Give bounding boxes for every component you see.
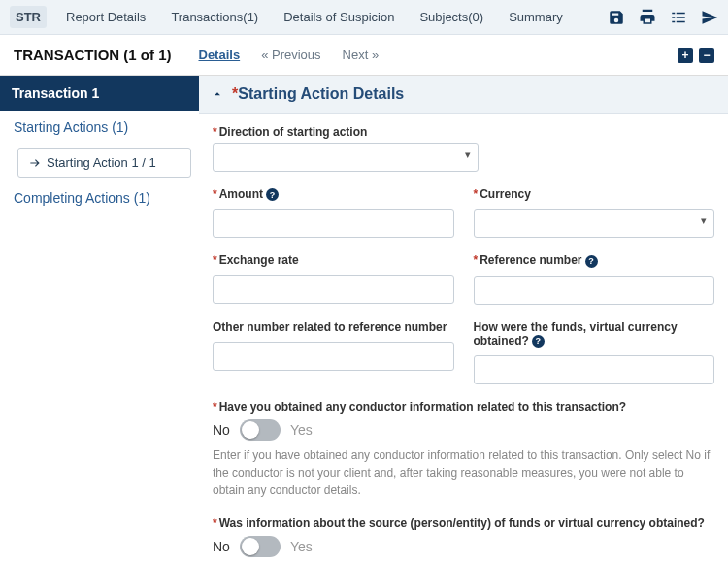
main-panel: *Starting Action Details *Direction of s… [199, 76, 728, 566]
transaction-header: TRANSACTION (1 of 1) [14, 47, 172, 63]
sidebar-subitem-label: Starting Action 1 / 1 [47, 155, 156, 170]
sidebar-item-starting-action[interactable]: Starting Action 1 / 1 [17, 148, 191, 178]
tab-suspicion[interactable]: Details of Suspicion [278, 6, 400, 28]
conductor-question: *Have you obtained any conductor informa… [213, 400, 714, 414]
obtained-input[interactable] [474, 355, 715, 384]
exchange-input[interactable] [213, 275, 454, 304]
source-no-label: No [213, 539, 230, 554]
source-yes-label: Yes [290, 539, 313, 554]
obtained-label: How were the funds, virtual currency obt… [474, 320, 715, 348]
amount-label: *Amount? [213, 187, 454, 201]
checklist-icon[interactable] [670, 9, 687, 26]
otherref-label: Other number related to reference number [213, 320, 454, 334]
next-button[interactable]: Next » [343, 48, 380, 62]
conductor-toggle[interactable] [240, 419, 281, 441]
chevron-up-icon[interactable] [211, 87, 224, 101]
expand-button[interactable]: + [678, 48, 693, 63]
prev-button[interactable]: « Previous [261, 48, 320, 62]
send-icon[interactable] [701, 9, 718, 26]
save-icon[interactable] [608, 9, 625, 26]
topbar-icons [608, 9, 718, 26]
tab-report-details[interactable]: Report Details [60, 6, 151, 28]
refnum-label: *Reference number? [474, 253, 715, 267]
collapse-button[interactable]: − [699, 48, 714, 63]
otherref-input[interactable] [213, 342, 454, 371]
currency-label: *Currency [474, 187, 715, 201]
source-toggle[interactable] [240, 536, 281, 557]
direction-label: *Direction of starting action [213, 125, 714, 139]
amount-input[interactable] [213, 209, 454, 238]
refnum-input[interactable] [474, 276, 715, 305]
conductor-no-label: No [213, 422, 230, 438]
amount-help-icon[interactable]: ? [266, 188, 279, 201]
exchange-label: *Exchange rate [213, 253, 454, 267]
sidebar-item-completing[interactable]: Completing Actions (1) [0, 182, 199, 215]
top-tabs: STR Report Details Transactions(1) Detai… [10, 6, 569, 28]
tab-subjects[interactable]: Subjects(0) [414, 6, 489, 28]
refnum-help-icon[interactable]: ? [585, 255, 598, 268]
tab-str[interactable]: STR [10, 6, 47, 28]
tab-summary[interactable]: Summary [503, 6, 569, 28]
section-header: *Starting Action Details [199, 76, 728, 114]
conductor-hint: Enter if you have obtained any conductor… [213, 447, 714, 499]
subtab-details[interactable]: Details [199, 48, 241, 62]
obtained-help-icon[interactable]: ? [532, 335, 545, 348]
tab-transactions[interactable]: Transactions(1) [165, 6, 264, 28]
direction-select[interactable] [213, 143, 479, 172]
sidebar-item-starting[interactable]: Starting Actions (1) [0, 111, 199, 144]
section-title: *Starting Action Details [232, 85, 404, 103]
print-icon[interactable] [639, 9, 656, 26]
source-question: *Was information about the source (perso… [213, 516, 714, 530]
sidebar-transaction-header[interactable]: Transaction 1 [0, 76, 199, 111]
conductor-yes-label: Yes [290, 422, 313, 438]
sidebar: Transaction 1 Starting Actions (1) Start… [0, 76, 199, 566]
arrow-right-icon [28, 156, 42, 170]
currency-select[interactable] [474, 209, 715, 238]
